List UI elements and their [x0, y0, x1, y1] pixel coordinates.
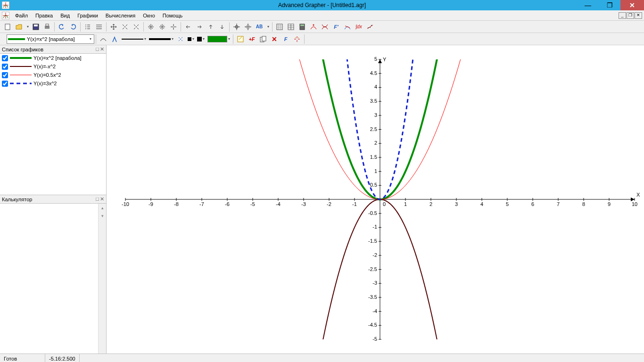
minimize-button[interactable]: —: [577, 0, 599, 10]
line-style-dropdown[interactable]: ▾: [120, 34, 148, 44]
graph-visibility-checkbox[interactable]: [2, 72, 8, 78]
intersect-button[interactable]: [320, 22, 330, 32]
marker-size-dropdown[interactable]: ▾: [196, 34, 206, 44]
half-curve-button[interactable]: [109, 34, 120, 44]
menu-file[interactable]: Файл: [11, 11, 32, 20]
svg-text:4: 4: [480, 201, 483, 207]
zoom-in-button[interactable]: [120, 22, 130, 32]
svg-text:-5: -5: [250, 201, 255, 207]
graph-list-row[interactable]: Y(x)=x^2 [парабола]: [0, 54, 106, 62]
table-button[interactable]: [286, 22, 296, 32]
calculator-button[interactable]: [297, 22, 307, 32]
graph-list-row[interactable]: Y(x)=-x^2: [0, 62, 106, 71]
maximize-button[interactable]: ❐: [599, 0, 620, 10]
svg-text:-3.5: -3.5: [368, 294, 377, 300]
text-label-button[interactable]: AB: [254, 22, 264, 32]
delete-function-button[interactable]: ✕: [269, 34, 280, 44]
svg-point-18: [371, 25, 372, 26]
svg-point-16: [368, 27, 369, 28]
menu-edit[interactable]: Правка: [32, 11, 57, 20]
dup-function-button[interactable]: [258, 34, 268, 44]
integral-button[interactable]: ∫dx: [354, 22, 364, 32]
graph-list-row[interactable]: Y(x)=0.5x^2: [0, 71, 106, 79]
menu-graphs[interactable]: Графики: [74, 11, 102, 20]
menu-calc[interactable]: Вычисления: [102, 11, 139, 20]
props-button[interactable]: [94, 22, 104, 32]
graph-visibility-checkbox[interactable]: [2, 64, 8, 70]
zoom-center-button[interactable]: [157, 22, 167, 32]
svg-text:-0.5: -0.5: [368, 210, 377, 216]
edit-function-button[interactable]: [235, 34, 246, 44]
line-width-dropdown[interactable]: ▾: [148, 34, 175, 44]
panel-pin-icon[interactable]: □: [96, 46, 99, 52]
root-button[interactable]: [308, 22, 319, 32]
pan-up-button[interactable]: [206, 22, 216, 32]
svg-point-17: [370, 27, 371, 28]
close-button[interactable]: ✕: [620, 0, 644, 10]
plot-area[interactable]: XY-10-9-8-7-6-5-4-3-2-112345678910-5-4.5…: [107, 45, 644, 354]
svg-text:-4: -4: [276, 201, 281, 207]
color-dropdown[interactable]: ▾: [206, 34, 231, 44]
save-button[interactable]: [31, 22, 41, 32]
redo-button[interactable]: [68, 22, 78, 32]
new-button[interactable]: [2, 22, 13, 32]
graph-visibility-checkbox[interactable]: [2, 81, 8, 87]
menu-view[interactable]: Вид: [57, 11, 74, 20]
mdi-close-button[interactable]: ✕: [635, 12, 642, 19]
doc-icon: [2, 12, 9, 19]
print-button[interactable]: [42, 22, 52, 32]
status-ready: Готов: [0, 354, 45, 362]
panel-close-icon[interactable]: ✕: [100, 196, 104, 202]
panel-pin-icon[interactable]: □: [96, 196, 99, 202]
svg-text:-1.5: -1.5: [368, 238, 377, 244]
open-recent-dropdown[interactable]: ▾: [25, 22, 30, 32]
locate-button[interactable]: [292, 34, 302, 44]
tangent-button[interactable]: [342, 22, 353, 32]
trace-button[interactable]: [243, 22, 253, 32]
grid-button[interactable]: [274, 22, 285, 32]
side-panel: Список графиков □✕ Y(x)=x^2 [парабола]Y(…: [0, 45, 107, 354]
curve-style-button[interactable]: [98, 34, 108, 44]
calculator-body[interactable]: ▴▾: [0, 204, 106, 354]
menu-window[interactable]: Окно: [139, 11, 159, 20]
svg-text:-3: -3: [301, 201, 306, 207]
pan-left-button[interactable]: [183, 22, 193, 32]
svg-text:2: 2: [429, 201, 432, 207]
zoom-out-button[interactable]: [131, 22, 141, 32]
svg-text:4.5: 4.5: [370, 70, 377, 76]
svg-text:3: 3: [374, 112, 377, 118]
svg-text:5: 5: [374, 56, 377, 62]
crosshair-button[interactable]: [231, 22, 242, 32]
label-dropdown[interactable]: ▾: [265, 22, 271, 32]
derivative-button[interactable]: F′: [331, 22, 341, 32]
mdi-restore-button[interactable]: ❐: [627, 12, 634, 19]
point-style-button[interactable]: [175, 34, 186, 44]
menu-help[interactable]: Помощь: [159, 11, 187, 20]
graph-label: Y(x)=0.5x^2: [33, 72, 61, 78]
zoom-11-button[interactable]: [168, 22, 179, 32]
svg-text:-3: -3: [372, 280, 377, 286]
mdi-minimize-button[interactable]: _: [619, 12, 626, 19]
zoom-fit-button[interactable]: [146, 22, 156, 32]
marker-dropdown[interactable]: ▾: [186, 34, 196, 44]
graph-label: Y(x)=3x^2: [33, 81, 57, 86]
toolbar-function: Y(x)=x^2 [парабола] ▾ ▾ ▾ ▾ ▾ ▾ +F ✕ F: [0, 33, 644, 45]
function-selector[interactable]: Y(x)=x^2 [парабола] ▾: [7, 34, 94, 44]
function-props-button[interactable]: F: [281, 34, 291, 44]
regression-button[interactable]: [365, 22, 375, 32]
undo-button[interactable]: [57, 22, 67, 32]
panel-close-icon[interactable]: ✕: [100, 46, 104, 52]
svg-text:2.5: 2.5: [370, 126, 377, 132]
graph-visibility-checkbox[interactable]: [2, 55, 8, 61]
svg-rect-11: [277, 24, 282, 30]
move-button[interactable]: [108, 22, 119, 32]
open-button[interactable]: [14, 22, 24, 32]
list-button[interactable]: [83, 22, 93, 32]
pan-down-button[interactable]: [217, 22, 227, 32]
add-function-button[interactable]: +F: [247, 34, 257, 44]
pan-right-button[interactable]: [194, 22, 205, 32]
graph-color-swatch: [10, 73, 32, 77]
graph-list-row[interactable]: Y(x)=3x^2: [0, 79, 106, 88]
toolbar-main: ▾ AB ▾ F′ ∫dx: [0, 21, 644, 33]
svg-text:-5: -5: [372, 336, 377, 342]
